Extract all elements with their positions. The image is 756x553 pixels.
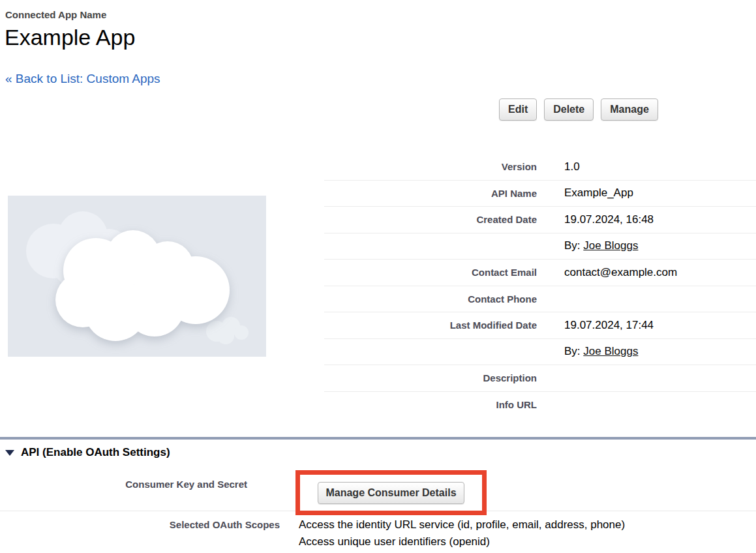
- field-value: 19.07.2024, 16:48: [564, 213, 654, 226]
- detail-row-description: Description: [324, 365, 756, 392]
- detail-row-modified-by: By: Joe Bloggs: [324, 339, 756, 366]
- field-value: Example_App: [564, 187, 633, 200]
- cloud-illustration-icon: [8, 196, 266, 357]
- detail-row-last-modified-date: Last Modified Date 19.07.2024, 17:44: [324, 312, 756, 339]
- detail-row-api-name: API Name Example_App: [324, 181, 756, 207]
- oauth-scopes-values: Access the identity URL service (id, pro…: [299, 516, 625, 550]
- oauth-scope-item: Access the identity URL service (id, pro…: [299, 516, 625, 533]
- section-divider: [0, 437, 756, 440]
- edit-button[interactable]: Edit: [499, 98, 537, 121]
- manage-consumer-details-button[interactable]: Manage Consumer Details: [318, 482, 464, 504]
- back-to-list-link[interactable]: « Back to List: Custom Apps: [5, 72, 160, 86]
- delete-button[interactable]: Delete: [544, 98, 594, 121]
- detail-row-created-by: By: Joe Bloggs: [324, 233, 756, 260]
- field-value: 1.0: [564, 160, 580, 173]
- field-label: Contact Phone: [324, 293, 537, 305]
- field-value: By: Joe Bloggs: [564, 345, 638, 358]
- field-value: 19.07.2024, 17:44: [564, 319, 654, 332]
- modified-by-user-link[interactable]: Joe Bloggs: [583, 345, 638, 357]
- field-label: Created Date: [324, 214, 537, 225]
- consumer-key-secret-label: Consumer Key and Secret: [0, 479, 247, 490]
- detail-row-contact-phone: Contact Phone: [324, 286, 756, 313]
- field-label: Info URL: [324, 399, 537, 410]
- page-title: Example App: [5, 25, 135, 50]
- field-label: Last Modified Date: [324, 320, 537, 331]
- oauth-scope-item: Access unique user identifiers (openid): [299, 533, 625, 550]
- detail-row-contact-email: Contact Email contact@example.com: [324, 260, 756, 286]
- manage-button[interactable]: Manage: [601, 98, 658, 121]
- oauth-section-header: API (Enable OAuth Settings): [5, 446, 170, 459]
- selected-oauth-scopes-label: Selected OAuth Scopes: [0, 519, 280, 530]
- app-logo-image: [8, 196, 266, 357]
- field-value: By: Joe Bloggs: [564, 239, 638, 252]
- record-type-label: Connected App Name: [5, 9, 106, 20]
- detail-row-version: Version 1.0: [324, 154, 756, 181]
- detail-table: Version 1.0 API Name Example_App Created…: [324, 154, 756, 418]
- by-prefix: By:: [564, 345, 583, 357]
- oauth-section-title: API (Enable OAuth Settings): [21, 446, 170, 459]
- highlight-annotation: Manage Consumer Details: [295, 470, 487, 515]
- created-by-user-link[interactable]: Joe Bloggs: [583, 239, 638, 252]
- by-prefix: By:: [564, 239, 583, 252]
- field-value: contact@example.com: [564, 266, 677, 279]
- field-label: Contact Email: [324, 267, 537, 278]
- detail-row-info-url: Info URL: [324, 392, 756, 419]
- toolbar: Edit Delete Manage: [499, 98, 658, 121]
- detail-row-created-date: Created Date 19.07.2024, 16:48: [324, 207, 756, 233]
- field-label: Description: [324, 372, 537, 383]
- field-label: Version: [324, 161, 537, 172]
- collapse-triangle-icon[interactable]: [5, 450, 14, 456]
- field-label: API Name: [324, 188, 537, 199]
